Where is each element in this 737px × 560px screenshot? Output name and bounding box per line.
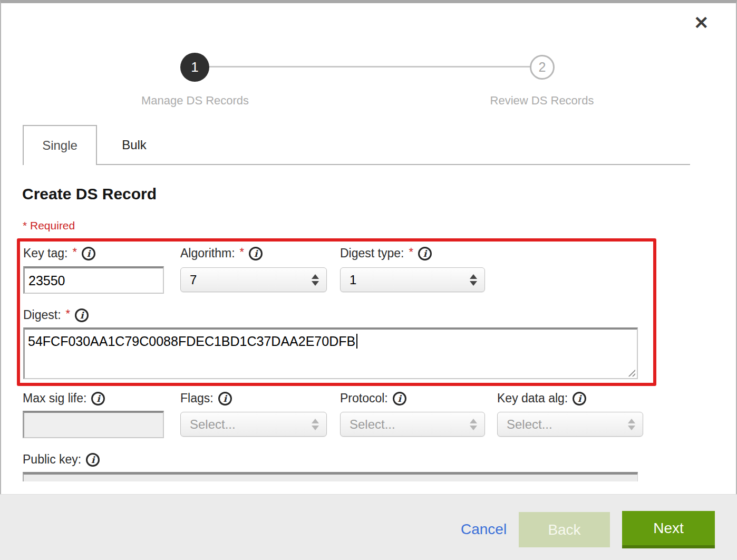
key-data-alg-value: Select...: [507, 417, 628, 432]
digest-type-required-mark: *: [409, 245, 413, 259]
info-icon[interactable]: i: [91, 392, 105, 405]
public-key-label: Public key: i: [23, 452, 100, 467]
digest-required-mark: *: [66, 307, 71, 321]
key-tag-value: 23550: [28, 273, 65, 288]
max-sig-life-label: Max sig life: i: [23, 391, 105, 405]
digest-textarea[interactable]: 54FCF030AA1C79C0088FDEC1BD1C37DAA2E70DFB: [23, 327, 638, 379]
protocol-label: Protocol: i: [340, 391, 406, 405]
step-1-label: Manage DS Records: [111, 94, 279, 108]
algorithm-required-mark: *: [240, 245, 245, 259]
step-2-label: Review DS Records: [458, 94, 626, 108]
info-icon[interactable]: i: [82, 247, 95, 260]
key-data-alg-label-text: Key data alg:: [497, 391, 568, 405]
protocol-select[interactable]: Select...: [340, 412, 485, 437]
select-stepper-icon: [312, 274, 319, 286]
required-note: * Required: [23, 219, 75, 232]
public-key-label-text: Public key:: [23, 452, 81, 467]
public-key-textarea[interactable]: [23, 472, 638, 481]
stepper-connector: [196, 66, 534, 67]
info-icon[interactable]: i: [218, 392, 232, 405]
max-sig-life-input[interactable]: [23, 411, 164, 438]
flags-label: Flags: i: [180, 391, 232, 405]
digest-label: Digest: * i: [23, 308, 89, 322]
info-icon[interactable]: i: [393, 392, 406, 405]
key-data-alg-label: Key data alg: i: [497, 391, 586, 405]
resize-handle-icon[interactable]: [627, 368, 635, 376]
digest-type-label: Digest type: * i: [340, 246, 432, 260]
key-tag-label-text: Key tag:: [23, 246, 67, 260]
key-tag-required-mark: *: [72, 245, 77, 259]
info-icon[interactable]: i: [249, 247, 263, 260]
protocol-label-text: Protocol:: [340, 391, 388, 405]
digest-type-label-text: Digest type:: [340, 246, 404, 260]
select-stepper-icon: [470, 274, 477, 286]
algorithm-value: 7: [190, 273, 312, 287]
protocol-value: Select...: [350, 417, 470, 432]
flags-label-text: Flags:: [180, 391, 214, 405]
select-stepper-icon: [628, 419, 635, 430]
info-icon[interactable]: i: [573, 392, 586, 405]
flags-select[interactable]: Select...: [180, 412, 327, 437]
flags-value: Select...: [190, 417, 312, 432]
key-tag-input[interactable]: 23550: [23, 266, 164, 294]
close-icon[interactable]: ✕: [694, 14, 709, 32]
digest-type-select[interactable]: 1: [340, 267, 485, 292]
digest-value: 54FCF030AA1C79C0088FDEC1BD1C37DAA2E70DFB: [28, 334, 355, 349]
cancel-button[interactable]: Cancel: [461, 521, 507, 538]
algorithm-label-text: Algorithm:: [180, 246, 235, 260]
tab-bulk-label: Bulk: [122, 138, 147, 152]
back-button[interactable]: Back: [519, 512, 610, 547]
tab-bulk[interactable]: Bulk: [97, 125, 171, 165]
select-stepper-icon: [470, 419, 477, 430]
info-icon[interactable]: i: [418, 247, 432, 260]
step-1-number: 1: [191, 59, 198, 75]
step-2-circle: 2: [530, 55, 555, 80]
step-2-number: 2: [539, 60, 546, 75]
text-cursor: [356, 334, 357, 349]
page-title: Create DS Record: [22, 185, 157, 203]
key-data-alg-select[interactable]: Select...: [497, 412, 643, 437]
next-button[interactable]: Next: [622, 511, 715, 548]
digest-type-value: 1: [350, 273, 470, 287]
algorithm-label: Algorithm: * i: [180, 246, 263, 260]
tab-single[interactable]: Single: [23, 125, 97, 165]
tab-single-label: Single: [42, 138, 77, 153]
digest-label-text: Digest:: [23, 308, 61, 322]
algorithm-select[interactable]: 7: [180, 267, 327, 292]
key-tag-label: Key tag: * i: [23, 246, 95, 260]
info-icon[interactable]: i: [86, 453, 100, 467]
info-icon[interactable]: i: [75, 308, 89, 322]
select-stepper-icon: [312, 419, 319, 430]
max-sig-life-label-text: Max sig life:: [23, 391, 86, 405]
step-1-circle: 1: [180, 53, 209, 82]
